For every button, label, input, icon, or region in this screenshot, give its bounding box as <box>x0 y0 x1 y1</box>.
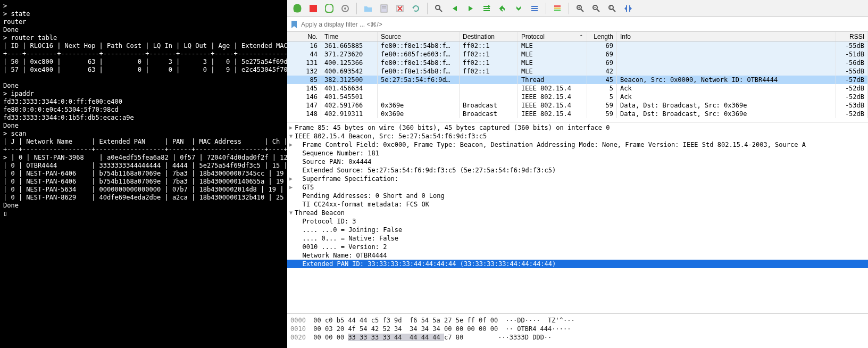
detail-row[interactable]: ▶ GTS <box>287 183 868 192</box>
svg-rect-15 <box>531 6 538 7</box>
detail-row[interactable]: .... ...0 = Joining: False <box>287 226 868 234</box>
zoom-out-button[interactable] <box>589 2 603 15</box>
detail-row[interactable]: ▶ Frame Control Field: 0xc000, Frame Typ… <box>287 140 868 149</box>
hex-row[interactable]: 0010 00 03 20 4f 54 42 52 34 34 34 34 00… <box>290 325 865 333</box>
filter-bar <box>287 17 868 32</box>
detail-row[interactable]: .... 0... = Native: False <box>287 234 868 243</box>
svg-rect-16 <box>531 8 538 9</box>
sort-indicator-icon: ⌃ <box>579 34 583 39</box>
svg-rect-18 <box>554 5 561 7</box>
bookmark-icon[interactable] <box>289 20 299 29</box>
packet-row[interactable]: 146401.545501IEEE 802.15.45Ack-52dB <box>287 93 868 101</box>
col-header-length[interactable]: Length <box>587 32 617 41</box>
display-filter-input[interactable] <box>301 21 866 28</box>
svg-rect-0 <box>310 5 317 12</box>
auto-scroll-button[interactable] <box>528 2 541 15</box>
capture-options-button[interactable] <box>338 2 352 15</box>
hex-row[interactable]: 0020 00 00 00 33 33 33 33 44 44 44 44 c7… <box>290 333 865 342</box>
toolbar-separator <box>546 3 546 14</box>
detail-row[interactable]: ▶Frame 85: 45 bytes on wire (360 bits), … <box>287 123 868 132</box>
go-to-packet-button[interactable] <box>480 2 494 15</box>
svg-point-9 <box>436 5 440 10</box>
zoom-reset-button[interactable]: 1 <box>605 2 619 15</box>
detail-row[interactable]: Pending Addresses: 0 Short and 0 Long <box>287 192 868 200</box>
terminal[interactable]: > > state router Done > router table | I… <box>0 0 287 348</box>
save-file-button[interactable] <box>377 2 391 15</box>
packet-row[interactable]: 145401.456634IEEE 802.15.45Ack-52dB <box>287 84 868 93</box>
svg-line-22 <box>581 9 583 12</box>
resize-columns-button[interactable] <box>621 2 635 15</box>
detail-row[interactable]: Source PAN: 0x4444 <box>287 158 868 166</box>
col-header-time[interactable]: Time <box>321 32 378 41</box>
packet-row[interactable]: 16361.665885fe80::f8e1:54b8:f…ff02::1MLE… <box>287 42 868 50</box>
packet-list-header[interactable]: No. Time Source Destination Protocol⌃ Le… <box>287 32 868 42</box>
go-back-button[interactable] <box>448 2 462 15</box>
go-first-button[interactable] <box>496 2 510 15</box>
toolbar-separator <box>427 3 428 14</box>
svg-point-2 <box>344 7 346 10</box>
packet-list[interactable]: No. Time Source Destination Protocol⌃ Le… <box>287 32 868 122</box>
go-forward-button[interactable] <box>464 2 478 15</box>
detail-row[interactable]: Extended Source: 5e:27:5a:54:f6:9d:f3:c5… <box>287 166 868 175</box>
zoom-in-button[interactable] <box>573 2 587 15</box>
svg-line-26 <box>597 9 599 12</box>
start-capture-button[interactable] <box>290 2 304 15</box>
svg-rect-13 <box>483 10 490 11</box>
packet-row[interactable]: 148402.9193110x369eBroadcastIEEE 802.15.… <box>287 110 868 118</box>
svg-rect-19 <box>554 7 561 9</box>
svg-rect-20 <box>554 10 561 11</box>
packet-row[interactable]: 131400.125366fe80::f8e1:54b8:f…ff02::1ML… <box>287 59 868 67</box>
stop-capture-button[interactable] <box>306 2 320 15</box>
svg-rect-3 <box>381 5 387 12</box>
toolbar-separator <box>569 3 569 14</box>
detail-row[interactable]: Protocol ID: 3 <box>287 217 868 226</box>
detail-row[interactable]: Network Name: OTBR4444 <box>287 251 868 260</box>
packet-bytes[interactable]: 0000 00 c0 b5 44 44 c5 f3 9d f6 54 5a 27… <box>287 314 868 348</box>
detail-row[interactable]: ▼Thread Beacon <box>287 209 868 217</box>
colorize-button[interactable] <box>550 2 564 15</box>
packet-row[interactable]: 85382.3125005e:27:5a:54:f6:9d…Thread45Be… <box>287 76 868 84</box>
wireshark-window: 1 No. Time Source Destination Protocol⌃ … <box>287 0 868 348</box>
svg-rect-12 <box>483 8 490 9</box>
detail-row[interactable]: ▶ Superframe Specification: <box>287 175 868 183</box>
close-file-button[interactable] <box>393 2 407 15</box>
packet-row[interactable]: 132400.693542fe80::f8e1:54b8:f…ff02::1ML… <box>287 67 868 76</box>
restart-capture-button[interactable] <box>322 2 336 15</box>
svg-text:1: 1 <box>610 6 612 10</box>
col-header-no[interactable]: No. <box>287 32 321 41</box>
reload-button[interactable] <box>409 2 423 15</box>
detail-row[interactable]: TI CC24xx-format metadata: FCS OK <box>287 200 868 209</box>
find-packet-button[interactable] <box>432 2 446 15</box>
packet-row[interactable]: 44371.273620fe80::605f:e603:f…ff02::1MLE… <box>287 50 868 59</box>
col-header-source[interactable]: Source <box>378 32 460 41</box>
go-last-button[interactable] <box>512 2 525 15</box>
detail-row[interactable]: Sequence Number: 181 <box>287 149 868 158</box>
detail-row[interactable]: 0010 .... = Version: 2 <box>287 243 868 251</box>
svg-line-10 <box>439 9 442 12</box>
col-header-info[interactable]: Info <box>617 32 836 41</box>
toolbar-separator <box>356 3 357 14</box>
packet-row[interactable]: 147402.5917660x369eBroadcastIEEE 802.15.… <box>287 101 868 110</box>
col-header-rssi[interactable]: RSSI <box>836 32 868 41</box>
packet-details[interactable]: ▶Frame 85: 45 bytes on wire (360 bits), … <box>287 122 868 314</box>
hex-row[interactable]: 0000 00 c0 b5 44 44 c5 f3 9d f6 54 5a 27… <box>290 316 865 325</box>
col-header-destination[interactable]: Destination <box>460 32 518 41</box>
col-header-protocol[interactable]: Protocol⌃ <box>518 32 587 41</box>
svg-rect-17 <box>531 10 538 11</box>
toolbar: 1 <box>287 0 868 17</box>
svg-line-29 <box>613 9 615 12</box>
detail-row[interactable]: ▼IEEE 802.15.4 Beacon, Src: 5e:27:5a:54:… <box>287 132 868 140</box>
open-file-button[interactable] <box>361 2 375 15</box>
detail-row[interactable]: Extended PAN ID: 33:33:33:33:44:44:44:44… <box>287 260 868 268</box>
